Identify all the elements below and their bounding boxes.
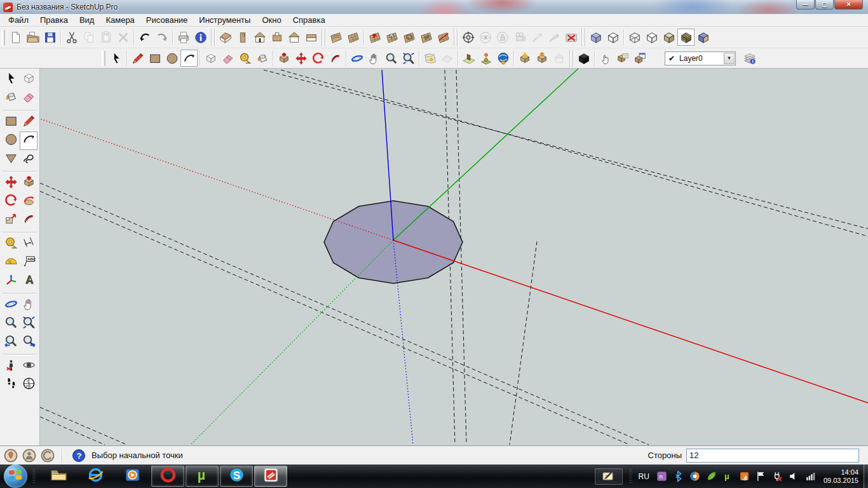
tool-zoom-button[interactable]	[2, 315, 20, 333]
view-left-button[interactable]	[302, 29, 320, 46]
tool-rotate-button[interactable]	[2, 193, 20, 211]
paste-button[interactable]	[97, 29, 114, 46]
viewport-canvas[interactable]	[40, 69, 868, 445]
show-desktop-button[interactable]	[864, 464, 868, 488]
minimize-button[interactable]: —	[796, 0, 815, 10]
tool-rect-button[interactable]	[2, 113, 20, 132]
tool-offset-button[interactable]	[20, 211, 37, 229]
smoove-button[interactable]	[366, 29, 383, 46]
tray-network-icon[interactable]	[804, 470, 817, 482]
share-component-button[interactable]	[550, 50, 567, 67]
preview-in-google-earth-button[interactable]	[494, 50, 512, 67]
toggle-terrain-button[interactable]	[438, 50, 456, 67]
tool-polygon-button[interactable]	[2, 150, 20, 168]
style-back-edges-button[interactable]	[604, 29, 621, 46]
model-credits-icon[interactable]	[22, 448, 37, 463]
view-back-button[interactable]	[285, 29, 302, 46]
tablet-pen-tray-button[interactable]	[595, 468, 623, 485]
tool-zoomext-button[interactable]	[20, 315, 37, 333]
tool-poscam-button[interactable]	[2, 357, 20, 376]
tray-power-error-icon[interactable]	[771, 470, 783, 482]
print-button[interactable]	[175, 29, 192, 46]
menu-item-2[interactable]: Правка	[34, 14, 74, 26]
add-detail-button[interactable]	[417, 29, 435, 46]
tray-bluetooth-icon[interactable]	[672, 470, 684, 482]
zoom-button[interactable]	[383, 50, 400, 67]
style-xray-button[interactable]	[587, 29, 604, 46]
taskbar-explorer-button[interactable]	[41, 466, 76, 487]
circle-face[interactable]	[324, 201, 463, 283]
style-shaded-textures-button[interactable]	[677, 29, 695, 46]
style-shaded-button[interactable]	[660, 29, 677, 46]
eraser-button[interactable]	[219, 50, 236, 67]
tray-aimp-icon[interactable]	[689, 470, 701, 482]
sandbox-from-contours-button[interactable]	[327, 29, 344, 46]
zoom-extents-button[interactable]	[400, 50, 417, 67]
tool-section-button[interactable]: CA-5	[20, 376, 37, 394]
paint-bucket-button[interactable]	[254, 50, 271, 67]
save-button[interactable]	[41, 29, 58, 46]
move-button[interactable]	[292, 50, 309, 67]
taskbar-opera-button[interactable]	[151, 466, 184, 487]
style-monochrome-button[interactable]	[695, 29, 712, 46]
restore-button[interactable]: ▢	[815, 0, 834, 10]
tool-lookaround-button[interactable]	[20, 357, 37, 376]
tape-measure-button[interactable]	[236, 50, 254, 67]
photo-textures-button[interactable]	[460, 50, 477, 67]
menu-item-3[interactable]: Вид	[74, 14, 100, 26]
tray-utorrent-tray-icon[interactable]: µ	[722, 470, 734, 482]
film-camera-button[interactable]	[511, 29, 528, 46]
tool-orbit-button[interactable]	[2, 296, 20, 315]
clock[interactable]: 14:04 09.03.2015	[824, 468, 858, 485]
view-iso-button[interactable]	[217, 29, 234, 46]
geo-location-icon[interactable]	[3, 448, 18, 463]
camera-volume-button[interactable]	[545, 29, 562, 46]
line-button[interactable]	[129, 50, 146, 67]
make-component-button[interactable]	[202, 50, 219, 67]
taskbar-media-player-button[interactable]	[114, 466, 150, 487]
tool-paint-button[interactable]	[2, 89, 20, 107]
menu-item-1[interactable]: Файл	[3, 14, 34, 26]
rectangle-button[interactable]	[146, 50, 163, 67]
open-button[interactable]	[24, 29, 41, 46]
toolbar-grip[interactable]	[1, 30, 5, 45]
offset-button[interactable]	[327, 50, 344, 67]
tool-axes-button[interactable]	[2, 272, 20, 290]
style-hidden-line-button[interactable]	[643, 29, 660, 46]
interact-button[interactable]	[597, 50, 614, 67]
tool-make-component-button[interactable]	[20, 71, 37, 89]
view-front-button[interactable]	[251, 29, 268, 46]
menu-item-7[interactable]: Окно	[256, 14, 287, 26]
toggle-shadows-button[interactable]	[575, 50, 592, 67]
get-models-button[interactable]	[516, 50, 533, 67]
tool-zoomnext-button[interactable]	[20, 333, 37, 351]
tool-followme-button[interactable]	[20, 193, 37, 211]
redo-button[interactable]	[153, 29, 170, 46]
copy-button[interactable]	[80, 29, 97, 46]
new-button[interactable]	[7, 29, 24, 46]
tool-text3d-button[interactable]	[20, 272, 37, 290]
tray-leaf-app-icon[interactable]	[705, 470, 717, 482]
tool-line-button[interactable]	[20, 113, 37, 132]
tool-tape-button[interactable]	[2, 235, 20, 254]
tool-protractor-button[interactable]	[2, 254, 20, 272]
lock-camera-button[interactable]	[494, 29, 511, 46]
add-location-button[interactable]	[421, 50, 438, 67]
rotate-button[interactable]	[309, 50, 327, 67]
view-top-button[interactable]	[268, 29, 285, 46]
position-camera-button[interactable]	[459, 29, 477, 46]
pan-button[interactable]	[365, 50, 383, 67]
menu-item-6[interactable]: Инструменты	[193, 14, 256, 26]
chevron-down-icon[interactable]: ▼	[724, 53, 735, 64]
help-icon[interactable]: ?	[71, 448, 86, 463]
component-options-button[interactable]	[614, 50, 631, 67]
reset-camera-button[interactable]	[562, 29, 580, 46]
tool-eraser-button[interactable]	[20, 89, 37, 107]
undo-button[interactable]	[136, 29, 153, 46]
orbit-button[interactable]	[348, 50, 365, 67]
taskbar-utorrent-button[interactable]: µ	[186, 466, 219, 487]
start-button[interactable]	[4, 464, 27, 488]
tray-purple-app-icon[interactable]: n	[656, 470, 668, 482]
look-around-button[interactable]	[477, 29, 494, 46]
tool-walk-button[interactable]	[2, 376, 20, 394]
